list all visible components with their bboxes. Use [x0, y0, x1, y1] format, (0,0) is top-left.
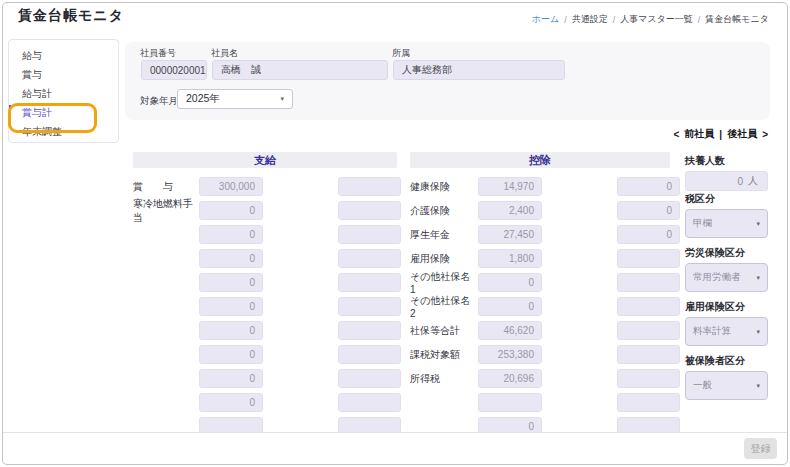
- deduction-row-label: 厚生年金: [410, 228, 476, 242]
- payment-amount-field[interactable]: 0: [199, 225, 263, 244]
- deduction-row-label: その他社保名2: [410, 294, 476, 319]
- payment-amount-field[interactable]: 300,000: [199, 177, 263, 196]
- breadcrumb-home-link[interactable]: ホーム: [532, 13, 559, 26]
- next-employee-link[interactable]: 後社員: [727, 127, 757, 141]
- classification-selects: 税区分 甲欄 ▾ 労災保険区分 常用労働者 ▾ 雇用保険区分 料率計算 ▾: [685, 192, 768, 408]
- employee-nav-divider: |: [719, 129, 722, 140]
- chevron-down-icon: ▾: [756, 220, 760, 228]
- payment-adjust-field[interactable]: [338, 393, 401, 412]
- payment-row: 0: [133, 393, 401, 412]
- payment-row: 0: [133, 345, 401, 364]
- payment-adjust-field[interactable]: [338, 249, 401, 268]
- breadcrumb-item-common-settings[interactable]: 共通設定: [572, 13, 608, 26]
- deduction-amount-field[interactable]: 1,800: [478, 249, 542, 268]
- payment-row: 0: [133, 225, 401, 244]
- prev-employee-chevron-icon[interactable]: <: [674, 129, 680, 140]
- deduction-adjust-field[interactable]: [617, 393, 680, 412]
- payment-amount-field[interactable]: 0: [199, 201, 263, 220]
- payment-adjust-field[interactable]: [338, 201, 401, 220]
- deduction-amount-field[interactable]: 0: [478, 417, 542, 432]
- payment-adjust-field[interactable]: [338, 225, 401, 244]
- payment-amount-field[interactable]: 0: [199, 321, 263, 340]
- payment-row: 寒冷地燃料手当 0: [133, 201, 401, 220]
- dependents-field[interactable]: 0 人: [685, 171, 768, 191]
- payroll-tables: 支給 控除 賞 与 300,000 寒冷地燃料手当 0 0: [0, 152, 790, 432]
- payment-row: 0: [133, 369, 401, 388]
- sidebar-item[interactable]: 賞与: [9, 65, 118, 84]
- employee-name-field: 高橋 誠: [212, 60, 388, 80]
- deduction-adjust-field[interactable]: [617, 273, 680, 292]
- employee-nav: < 前社員 | 後社員 >: [645, 127, 768, 141]
- deduction-adjust-field[interactable]: [617, 249, 680, 268]
- deduction-adjust-field[interactable]: [617, 417, 680, 432]
- deduction-row: 社保等合計 46,620: [410, 321, 680, 340]
- deduction-row: 0: [410, 417, 680, 432]
- deduction-amount-field[interactable]: 0: [478, 273, 542, 292]
- register-button[interactable]: 登録: [744, 438, 777, 459]
- deduction-adjust-field[interactable]: [617, 369, 680, 388]
- deduction-amount-field[interactable]: 27,450: [478, 225, 542, 244]
- classification-label: 被保険者区分: [685, 354, 768, 368]
- payment-adjust-field[interactable]: [338, 177, 401, 196]
- payment-adjust-field[interactable]: [338, 273, 401, 292]
- payment-adjust-field[interactable]: [338, 321, 401, 340]
- deduction-row-label: 課税対象額: [410, 348, 476, 362]
- deduction-amount-field[interactable]: 253,380: [478, 345, 542, 364]
- employee-number-label: 社員番号: [140, 47, 176, 60]
- dependents-group: 扶養人数 0 人: [685, 150, 768, 191]
- deduction-adjust-field[interactable]: 0: [617, 225, 680, 244]
- payment-amount-field[interactable]: 0: [199, 369, 263, 388]
- chevron-down-icon: ▾: [756, 274, 760, 282]
- target-period-dropdown[interactable]: 2025年 ▾: [177, 89, 293, 109]
- prev-employee-link[interactable]: 前社員: [684, 127, 714, 141]
- sidebar-item-label: 給与計: [22, 88, 52, 99]
- deduction-row: その他社保名2 0: [410, 297, 680, 316]
- sidebar-item[interactable]: 給与: [9, 46, 118, 65]
- payment-amount-field[interactable]: 0: [199, 249, 263, 268]
- deduction-adjust-field[interactable]: [617, 321, 680, 340]
- breadcrumb-item-hr-master-list[interactable]: 人事マスター一覧: [620, 13, 693, 26]
- payment-row: 0: [133, 321, 401, 340]
- payment-amount-field[interactable]: [199, 417, 263, 432]
- payment-amount-field[interactable]: 0: [199, 393, 263, 412]
- classification-dropdown[interactable]: 一般 ▾: [685, 371, 768, 400]
- classification-dropdown[interactable]: 常用労働者 ▾: [685, 263, 768, 292]
- employee-info-panel: 社員番号 0000020001 社員名 高橋 誠 所属 人事総務部 対象年月 2…: [125, 42, 770, 120]
- deduction-amount-field[interactable]: 20,696: [478, 369, 542, 388]
- payment-adjust-field[interactable]: [338, 369, 401, 388]
- classification-dropdown[interactable]: 甲欄 ▾: [685, 209, 768, 238]
- classification-group: 雇用保険区分 料率計算 ▾: [685, 300, 768, 346]
- payment-amount-field[interactable]: 0: [199, 345, 263, 364]
- next-employee-chevron-icon[interactable]: >: [762, 129, 768, 140]
- deduction-section-header: 控除: [410, 152, 670, 168]
- deduction-adjust-field[interactable]: [617, 297, 680, 316]
- chevron-down-icon: ▾: [756, 328, 760, 336]
- deduction-amount-field[interactable]: 46,620: [478, 321, 542, 340]
- classification-group: 労災保険区分 常用労働者 ▾: [685, 246, 768, 292]
- deduction-amount-field[interactable]: [478, 393, 542, 412]
- deduction-adjust-field[interactable]: 0: [617, 177, 680, 196]
- payment-adjust-field[interactable]: [338, 345, 401, 364]
- sidebar-item[interactable]: 給与計: [9, 84, 118, 103]
- payment-amount-field[interactable]: 0: [199, 297, 263, 316]
- deduction-adjust-field[interactable]: 0: [617, 201, 680, 220]
- sidebar-item[interactable]: 賞与計: [9, 103, 118, 122]
- payment-amount-field[interactable]: 0: [199, 273, 263, 292]
- payment-adjust-field[interactable]: [338, 297, 401, 316]
- payment-adjust-field[interactable]: [338, 417, 401, 432]
- classification-dropdown[interactable]: 料率計算 ▾: [685, 317, 768, 346]
- deduction-amount-field[interactable]: 2,400: [478, 201, 542, 220]
- deduction-adjust-field[interactable]: [617, 345, 680, 364]
- deduction-row: 所得税 20,696: [410, 369, 680, 388]
- sidebar-item[interactable]: 年末調整: [9, 122, 118, 141]
- breadcrumb-separator: /: [698, 15, 701, 25]
- breadcrumb-separator: /: [564, 15, 567, 25]
- dependents-unit: 人: [748, 174, 758, 188]
- chevron-down-icon: ▾: [756, 382, 760, 390]
- deduction-amount-field[interactable]: 14,970: [478, 177, 542, 196]
- classification-label: 雇用保険区分: [685, 300, 768, 314]
- deduction-row: 介護保険 2,400 0: [410, 201, 680, 220]
- deduction-amount-field[interactable]: 0: [478, 297, 542, 316]
- sidebar-item-label: 年末調整: [22, 126, 62, 137]
- deduction-row: 厚生年金 27,450 0: [410, 225, 680, 244]
